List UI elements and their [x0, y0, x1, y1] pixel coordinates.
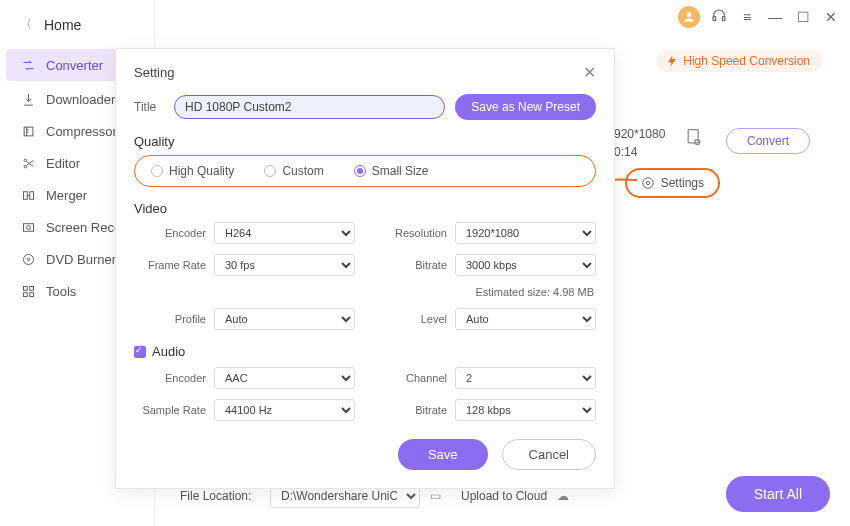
svg-rect-13 — [29, 286, 33, 290]
cloud-icon[interactable]: ☁ — [557, 489, 569, 503]
quality-group: High Quality Custom Small Size — [134, 155, 596, 187]
home-label: Home — [44, 17, 81, 33]
svg-rect-14 — [23, 292, 27, 296]
framerate-label: Frame Rate — [134, 259, 206, 271]
audio-encoder-select[interactable]: AAC — [214, 367, 355, 389]
preset-title-input[interactable] — [174, 95, 445, 119]
estimated-size: Estimated size: 4.98 MB — [375, 286, 596, 298]
close-icon[interactable]: ✕ — [822, 9, 840, 25]
video-profile-select[interactable]: Auto — [214, 308, 355, 330]
download-icon — [20, 91, 36, 107]
sidebar-item-label: DVD Burner — [46, 252, 116, 267]
converter-icon — [20, 57, 36, 73]
convert-button[interactable]: Convert — [726, 128, 810, 154]
home-row[interactable]: 〈 Home — [0, 8, 154, 47]
resolution-label: Resolution — [375, 227, 447, 239]
video-level-select[interactable]: Auto — [455, 308, 596, 330]
cancel-button[interactable]: Cancel — [502, 439, 596, 470]
minimize-icon[interactable]: — — [766, 9, 784, 25]
svg-point-18 — [646, 181, 650, 185]
audio-section-label: Audio — [152, 344, 185, 359]
video-section-label: Video — [134, 201, 596, 216]
modal-close-icon[interactable]: ✕ — [583, 63, 596, 82]
settings-chip[interactable]: Settings — [625, 168, 720, 198]
video-framerate-select[interactable]: 30 fps — [214, 254, 355, 276]
svg-point-0 — [687, 12, 692, 17]
profile-label: Profile — [134, 313, 206, 325]
record-icon — [20, 219, 36, 235]
chevron-left-icon: 〈 — [20, 16, 32, 33]
grid-icon — [20, 283, 36, 299]
setting-modal: Setting ✕ Title Save as New Preset Quali… — [115, 48, 615, 489]
svg-point-11 — [27, 258, 30, 261]
svg-rect-16 — [688, 130, 698, 143]
maximize-icon[interactable]: ☐ — [794, 9, 812, 25]
file-meta: 920*1080 0:14 — [614, 125, 665, 161]
quality-custom[interactable]: Custom — [264, 164, 323, 178]
high-speed-badge: High Speed Conversion — [657, 50, 822, 72]
merge-icon — [20, 187, 36, 203]
sidebar-item-label: Downloader — [46, 92, 115, 107]
svg-rect-12 — [23, 286, 27, 290]
svg-rect-1 — [713, 16, 716, 20]
svg-rect-2 — [722, 16, 725, 20]
file-dur: 0:14 — [614, 143, 665, 161]
modal-title: Setting — [134, 65, 174, 80]
svg-point-5 — [24, 165, 27, 168]
svg-point-10 — [23, 254, 33, 264]
channel-label: Channel — [375, 372, 447, 384]
audio-bitrate-select[interactable]: 128 kbps — [455, 399, 596, 421]
hs-badge-label: High Speed Conversion — [683, 54, 810, 68]
sidebar-item-label: Converter — [46, 58, 103, 73]
file-location-label: File Location: — [180, 489, 260, 503]
audio-checkbox[interactable] — [134, 346, 146, 358]
video-resolution-select[interactable]: 1920*1080 — [455, 222, 596, 244]
audio-section-head: Audio — [134, 344, 596, 359]
svg-rect-3 — [24, 127, 33, 136]
svg-rect-6 — [23, 191, 27, 199]
audio-channel-select[interactable]: 2 — [455, 367, 596, 389]
disc-icon — [20, 251, 36, 267]
quality-small[interactable]: Small Size — [354, 164, 429, 178]
svg-rect-8 — [23, 223, 33, 231]
file-res: 920*1080 — [614, 125, 665, 143]
scissors-icon — [20, 155, 36, 171]
video-encoder-select[interactable]: H264 — [214, 222, 355, 244]
bitrate-label: Bitrate — [375, 259, 447, 271]
settings-chip-label: Settings — [661, 176, 704, 190]
sidebar-item-label: Tools — [46, 284, 76, 299]
svg-point-9 — [26, 225, 30, 229]
window-toolbar: ≡ — ☐ ✕ — [678, 6, 840, 28]
quality-high[interactable]: High Quality — [151, 164, 234, 178]
samplerate-label: Sample Rate — [134, 404, 206, 416]
svg-point-17 — [695, 140, 700, 145]
sidebar-item-label: Merger — [46, 188, 87, 203]
quality-section-label: Quality — [134, 134, 596, 149]
title-label: Title — [134, 100, 164, 114]
encoder-label: Encoder — [134, 227, 206, 239]
svg-rect-7 — [29, 191, 33, 199]
audio-samplerate-select[interactable]: 44100 Hz — [214, 399, 355, 421]
svg-rect-15 — [29, 292, 33, 296]
sidebar-item-label: Compressor — [46, 124, 117, 139]
abitrate-label: Bitrate — [375, 404, 447, 416]
sidebar-item-label: Editor — [46, 156, 80, 171]
folder-icon[interactable]: ▭ — [430, 489, 441, 503]
compress-icon — [20, 123, 36, 139]
aenc-label: Encoder — [134, 372, 206, 384]
save-button[interactable]: Save — [398, 439, 488, 470]
level-label: Level — [375, 313, 447, 325]
headset-icon[interactable] — [710, 8, 728, 27]
svg-point-19 — [642, 178, 653, 189]
video-bitrate-select[interactable]: 3000 kbps — [455, 254, 596, 276]
start-all-button[interactable]: Start All — [726, 476, 830, 512]
menu-icon[interactable]: ≡ — [738, 9, 756, 25]
avatar[interactable] — [678, 6, 700, 28]
save-preset-button[interactable]: Save as New Preset — [455, 94, 596, 120]
gear-icon[interactable] — [684, 127, 704, 152]
svg-point-4 — [24, 159, 27, 162]
upload-label: Upload to Cloud — [461, 489, 547, 503]
